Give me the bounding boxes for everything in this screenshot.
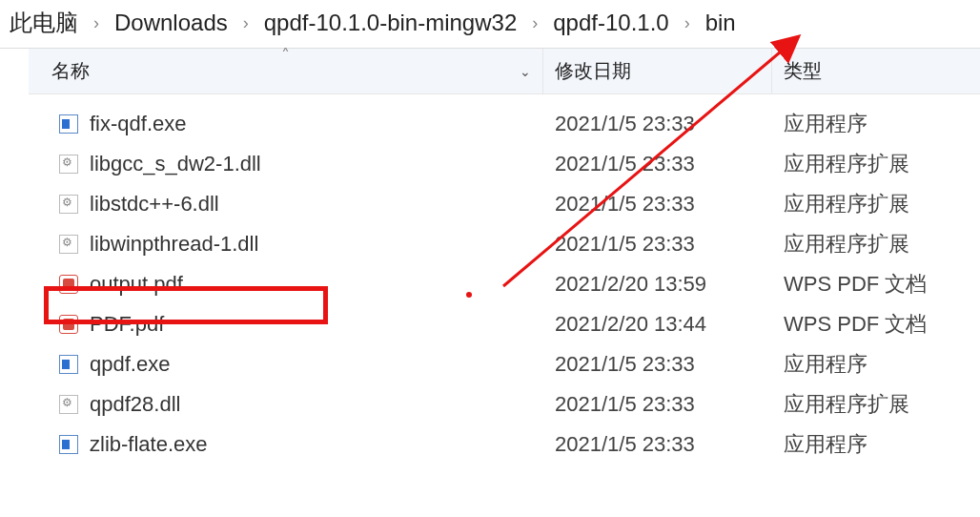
pdf-icon <box>59 275 78 294</box>
file-name-cell: libstdc++-6.dll <box>29 192 543 217</box>
breadcrumb-item[interactable]: Downloads <box>109 10 234 36</box>
file-type: 应用程序扩展 <box>772 390 980 419</box>
column-header-name[interactable]: ˄ 名称 ⌄ <box>29 49 543 93</box>
column-header-label: 修改日期 <box>555 58 631 84</box>
file-name: PDF.pdf <box>90 312 164 337</box>
file-date: 2021/1/5 23:33 <box>543 112 772 136</box>
file-date: 2021/1/5 23:33 <box>543 392 772 417</box>
file-name-cell: zlib-flate.exe <box>29 432 543 457</box>
column-header-label: 类型 <box>784 58 822 84</box>
file-type: WPS PDF 文档 <box>772 270 980 299</box>
file-row[interactable]: qpdf28.dll 2021/1/5 23:33 应用程序扩展 <box>29 384 980 424</box>
chevron-right-icon: › <box>675 13 700 33</box>
dll-icon <box>59 195 78 214</box>
file-row[interactable]: PDF.pdf 2021/2/20 13:44 WPS PDF 文档 <box>29 304 980 344</box>
breadcrumb-item[interactable]: qpdf-10.1.0 <box>547 10 674 36</box>
dll-icon <box>59 235 78 254</box>
exe-icon <box>59 114 78 134</box>
pdf-icon <box>59 315 78 334</box>
file-date: 2021/1/5 23:33 <box>543 352 772 377</box>
file-name: libwinpthread-1.dll <box>90 232 258 257</box>
breadcrumb-item[interactable]: bin <box>700 10 742 36</box>
breadcrumb: 此电脑 › Downloads › qpdf-10.1.0-bin-mingw3… <box>0 0 980 49</box>
file-date: 2021/1/5 23:33 <box>543 432 772 457</box>
file-name-cell: qpdf.exe <box>29 352 543 377</box>
file-type: 应用程序扩展 <box>772 230 980 258</box>
file-date: 2021/1/5 23:33 <box>543 152 772 176</box>
chevron-down-icon[interactable]: ⌄ <box>520 64 531 79</box>
file-date: 2021/2/20 13:59 <box>543 272 772 297</box>
file-name-cell: PDF.pdf <box>29 312 543 337</box>
file-type: WPS PDF 文档 <box>772 310 980 339</box>
file-type: 应用程序扩展 <box>772 190 980 218</box>
sort-ascending-icon: ˄ <box>281 49 290 62</box>
chevron-right-icon: › <box>84 13 109 33</box>
file-name: output.pdf <box>90 272 183 297</box>
file-name-cell: fix-qdf.exe <box>29 112 543 136</box>
dll-icon <box>59 155 78 174</box>
file-row[interactable]: fix-qdf.exe 2021/1/5 23:33 应用程序 <box>29 104 980 144</box>
file-name: fix-qdf.exe <box>90 112 187 136</box>
file-type: 应用程序扩展 <box>772 150 980 178</box>
file-row[interactable]: libgcc_s_dw2-1.dll 2021/1/5 23:33 应用程序扩展 <box>29 144 980 184</box>
exe-icon <box>59 435 78 454</box>
file-name: libgcc_s_dw2-1.dll <box>90 152 261 176</box>
file-list: fix-qdf.exe 2021/1/5 23:33 应用程序 libgcc_s… <box>29 104 980 465</box>
breadcrumb-item[interactable]: 此电脑 <box>4 8 84 38</box>
chevron-right-icon: › <box>522 13 547 33</box>
chevron-right-icon: › <box>234 13 258 33</box>
file-row[interactable]: libwinpthread-1.dll 2021/1/5 23:33 应用程序扩… <box>29 224 980 264</box>
file-row[interactable]: zlib-flate.exe 2021/1/5 23:33 应用程序 <box>29 424 980 465</box>
dll-icon <box>59 395 78 414</box>
file-name-cell: libgcc_s_dw2-1.dll <box>29 152 543 176</box>
file-name: qpdf.exe <box>90 352 170 377</box>
file-name-cell: output.pdf <box>29 272 543 297</box>
breadcrumb-item[interactable]: qpdf-10.1.0-bin-mingw32 <box>258 10 523 36</box>
file-name-cell: qpdf28.dll <box>29 392 543 417</box>
column-header-date[interactable]: 修改日期 <box>543 49 772 93</box>
file-type: 应用程序 <box>772 350 980 379</box>
column-header-type[interactable]: 类型 <box>772 49 980 93</box>
file-name: libstdc++-6.dll <box>90 192 219 217</box>
file-date: 2021/1/5 23:33 <box>543 192 772 217</box>
exe-icon <box>59 355 78 374</box>
file-type: 应用程序 <box>772 110 980 138</box>
file-date: 2021/2/20 13:44 <box>543 312 772 337</box>
column-headers: ˄ 名称 ⌄ 修改日期 类型 <box>29 49 980 94</box>
file-name: qpdf28.dll <box>90 392 180 417</box>
file-name: zlib-flate.exe <box>90 432 208 457</box>
column-header-label: 名称 <box>51 58 90 84</box>
file-type: 应用程序 <box>772 430 980 459</box>
file-date: 2021/1/5 23:33 <box>543 232 772 257</box>
file-name-cell: libwinpthread-1.dll <box>29 232 543 257</box>
file-row[interactable]: libstdc++-6.dll 2021/1/5 23:33 应用程序扩展 <box>29 184 980 224</box>
file-row[interactable]: qpdf.exe 2021/1/5 23:33 应用程序 <box>29 344 980 384</box>
file-row[interactable]: output.pdf 2021/2/20 13:59 WPS PDF 文档 <box>29 264 980 304</box>
